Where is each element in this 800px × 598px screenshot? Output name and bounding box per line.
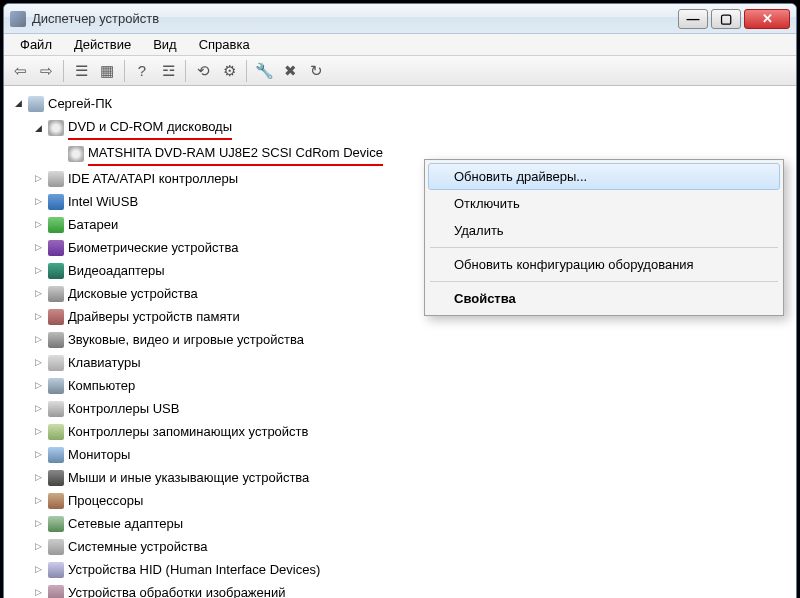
tree-category[interactable]: ▷Процессоры (30, 489, 792, 512)
tree-category[interactable]: ▷Контроллеры запоминающих устройств (30, 420, 792, 443)
category-icon (48, 332, 64, 348)
details-icon[interactable]: ☲ (156, 59, 180, 83)
menu-help[interactable]: Справка (189, 35, 260, 54)
grid-icon[interactable]: ▦ (95, 59, 119, 83)
category-icon (48, 516, 64, 532)
tree-category[interactable]: ▷Системные устройства (30, 535, 792, 558)
device-manager-window: Диспетчер устройств — ▢ ✕ Файл Действие … (3, 3, 797, 598)
menubar: Файл Действие Вид Справка (4, 34, 796, 56)
context-menu: Обновить драйверы... Отключить Удалить О… (424, 159, 784, 316)
category-icon (48, 217, 64, 233)
menu-action[interactable]: Действие (64, 35, 141, 54)
expand-icon[interactable]: ▷ (32, 196, 44, 208)
tree-category[interactable]: ▷Клавиатуры (30, 351, 792, 374)
category-icon (48, 401, 64, 417)
tree-category[interactable]: ▷Контроллеры USB (30, 397, 792, 420)
category-icon (48, 424, 64, 440)
expand-icon[interactable]: ▷ (32, 472, 44, 484)
expand-icon[interactable]: ▷ (32, 449, 44, 461)
close-button[interactable]: ✕ (744, 9, 790, 29)
category-icon (48, 355, 64, 371)
list-icon[interactable]: ☰ (69, 59, 93, 83)
tree-category[interactable]: ▷Мыши и иные указывающие устройства (30, 466, 792, 489)
update-driver-icon[interactable]: 🔧 (252, 59, 276, 83)
scan-icon[interactable]: ⟲ (191, 59, 215, 83)
toolbar-separator (185, 60, 186, 82)
ctx-separator (430, 281, 778, 282)
ctx-refresh-hardware[interactable]: Обновить конфигурацию оборудования (428, 251, 780, 278)
tree-category[interactable]: ▷Мониторы (30, 443, 792, 466)
category-icon (48, 171, 64, 187)
refresh-icon[interactable]: ↻ (304, 59, 328, 83)
uninstall-icon[interactable]: ✖ (278, 59, 302, 83)
expand-icon (52, 148, 64, 160)
category-icon (48, 263, 64, 279)
expand-icon[interactable]: ▷ (32, 541, 44, 553)
tree-root[interactable]: ◢ Сергей-ПК (10, 92, 792, 115)
category-icon (48, 539, 64, 555)
window-controls: — ▢ ✕ (678, 9, 790, 29)
category-icon (48, 470, 64, 486)
ctx-update-drivers[interactable]: Обновить драйверы... (428, 163, 780, 190)
expand-icon[interactable]: ▷ (32, 334, 44, 346)
tree-category[interactable]: ▷Компьютер (30, 374, 792, 397)
dvd-device-icon (68, 146, 84, 162)
menu-view[interactable]: Вид (143, 35, 187, 54)
ctx-delete[interactable]: Удалить (428, 217, 780, 244)
ctx-disable[interactable]: Отключить (428, 190, 780, 217)
tree-category-dvd[interactable]: ◢ DVD и CD-ROM дисководы (30, 115, 792, 141)
expand-icon[interactable]: ▷ (32, 219, 44, 231)
toolbar-separator (63, 60, 64, 82)
maximize-button[interactable]: ▢ (711, 9, 741, 29)
expand-icon[interactable]: ◢ (12, 98, 24, 110)
category-icon (48, 309, 64, 325)
expand-icon[interactable]: ◢ (32, 122, 44, 134)
help-icon[interactable]: ? (130, 59, 154, 83)
category-icon (48, 585, 64, 599)
back-icon[interactable]: ⇦ (8, 59, 32, 83)
dvd-category-label: DVD и CD-ROM дисководы (68, 116, 232, 140)
expand-icon[interactable]: ▷ (32, 518, 44, 530)
toolbar: ⇦ ⇨ ☰ ▦ ? ☲ ⟲ ⚙ 🔧 ✖ ↻ (4, 56, 796, 86)
ctx-separator (430, 247, 778, 248)
category-icon (48, 378, 64, 394)
tree-category[interactable]: ▷Устройства обработки изображений (30, 581, 792, 598)
app-icon (10, 11, 26, 27)
expand-icon[interactable]: ▷ (32, 564, 44, 576)
category-icon (48, 447, 64, 463)
tree-category[interactable]: ▷Сетевые адаптеры (30, 512, 792, 535)
expand-icon[interactable]: ▷ (32, 495, 44, 507)
expand-icon[interactable]: ▷ (32, 173, 44, 185)
menu-file[interactable]: Файл (10, 35, 62, 54)
window-title: Диспетчер устройств (32, 11, 678, 26)
forward-icon[interactable]: ⇨ (34, 59, 58, 83)
category-icon (48, 562, 64, 578)
tree-category[interactable]: ▷Звуковые, видео и игровые устройства (30, 328, 792, 351)
minimize-button[interactable]: — (678, 9, 708, 29)
titlebar: Диспетчер устройств — ▢ ✕ (4, 4, 796, 34)
category-icon (48, 240, 64, 256)
expand-icon[interactable]: ▷ (32, 311, 44, 323)
computer-icon (28, 96, 44, 112)
category-icon (48, 286, 64, 302)
expand-icon[interactable]: ▷ (32, 288, 44, 300)
ctx-properties[interactable]: Свойства (428, 285, 780, 312)
tree-category[interactable]: ▷Устройства HID (Human Interface Devices… (30, 558, 792, 581)
expand-icon[interactable]: ▷ (32, 587, 44, 599)
root-label: Сергей-ПК (48, 93, 112, 114)
expand-icon[interactable]: ▷ (32, 242, 44, 254)
expand-icon[interactable]: ▷ (32, 426, 44, 438)
properties-icon[interactable]: ⚙ (217, 59, 241, 83)
category-icon (48, 194, 64, 210)
expand-icon[interactable]: ▷ (32, 265, 44, 277)
category-icon (48, 493, 64, 509)
toolbar-separator (124, 60, 125, 82)
dvd-icon (48, 120, 64, 136)
toolbar-separator (246, 60, 247, 82)
expand-icon[interactable]: ▷ (32, 380, 44, 392)
expand-icon[interactable]: ▷ (32, 403, 44, 415)
dvd-device-label: MATSHITA DVD-RAM UJ8E2 SCSI CdRom Device (88, 142, 383, 166)
expand-icon[interactable]: ▷ (32, 357, 44, 369)
